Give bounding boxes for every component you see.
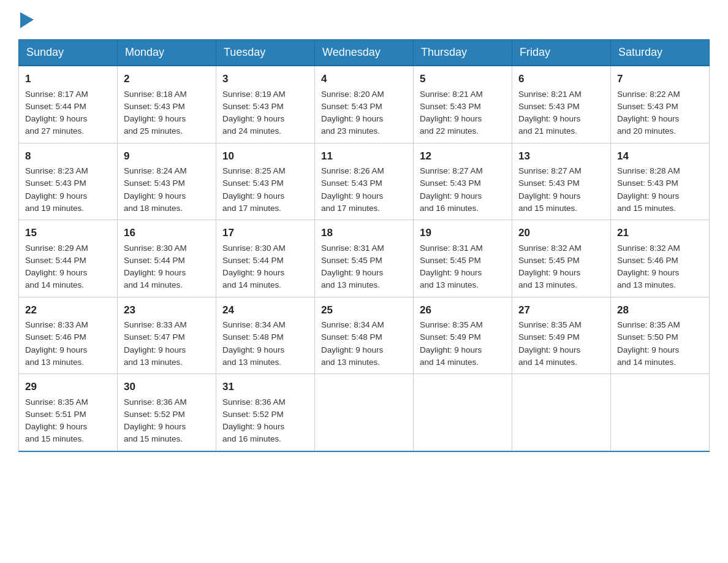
daylight-label: Daylight: 9 hours — [124, 191, 186, 201]
day-number: 30 — [124, 379, 210, 395]
daylight-label: Daylight: 9 hours — [124, 268, 186, 277]
sunset-label: Sunset: 5:49 PM — [420, 332, 481, 342]
daylight-minutes: and 13 minutes. — [518, 280, 577, 289]
sunset-label: Sunset: 5:45 PM — [518, 256, 580, 265]
sunset-label: Sunset: 5:44 PM — [222, 256, 284, 265]
sunset-label: Sunset: 5:46 PM — [25, 332, 86, 342]
sunrise-label: Sunrise: 8:28 AM — [617, 166, 680, 175]
calendar-cell: 4Sunrise: 8:20 AMSunset: 5:43 PMDaylight… — [315, 66, 414, 143]
sunrise-label: Sunrise: 8:24 AM — [124, 166, 187, 175]
daylight-minutes: and 14 minutes. — [518, 358, 577, 367]
day-number: 15 — [25, 225, 111, 241]
sunset-label: Sunset: 5:44 PM — [25, 102, 86, 111]
daylight-minutes: and 20 minutes. — [617, 126, 676, 136]
daylight-minutes: and 18 minutes. — [124, 204, 183, 213]
sunset-label: Sunset: 5:43 PM — [321, 178, 382, 188]
daylight-minutes: and 19 minutes. — [25, 204, 84, 213]
sunrise-label: Sunrise: 8:32 AM — [617, 243, 680, 253]
daylight-label: Daylight: 9 hours — [420, 268, 482, 277]
sunrise-label: Sunrise: 8:26 AM — [321, 166, 384, 175]
calendar-cell: 15Sunrise: 8:29 AMSunset: 5:44 PMDayligh… — [19, 220, 118, 297]
day-number: 20 — [518, 225, 604, 241]
daylight-minutes: and 27 minutes. — [25, 126, 84, 136]
daylight-label: Daylight: 9 hours — [518, 268, 580, 277]
daylight-label: Daylight: 9 hours — [25, 422, 87, 431]
daylight-minutes: and 14 minutes. — [25, 280, 84, 289]
sunset-label: Sunset: 5:46 PM — [617, 256, 678, 265]
sunrise-label: Sunrise: 8:25 AM — [222, 166, 286, 175]
sunset-label: Sunset: 5:47 PM — [124, 332, 185, 342]
sunrise-label: Sunrise: 8:34 AM — [222, 320, 286, 329]
calendar-cell: 5Sunrise: 8:21 AMSunset: 5:43 PMDaylight… — [414, 66, 512, 143]
calendar-cell: 21Sunrise: 8:32 AMSunset: 5:46 PMDayligh… — [611, 220, 710, 297]
daylight-minutes: and 13 minutes. — [617, 280, 676, 289]
day-number: 17 — [222, 225, 308, 241]
calendar-cell: 14Sunrise: 8:28 AMSunset: 5:43 PMDayligh… — [611, 143, 710, 220]
sunrise-label: Sunrise: 8:22 AM — [617, 90, 680, 99]
day-number: 7 — [617, 71, 703, 87]
daylight-minutes: and 15 minutes. — [518, 204, 577, 213]
sunset-label: Sunset: 5:43 PM — [222, 178, 284, 188]
day-number: 8 — [25, 148, 111, 164]
week-row-2: 8Sunrise: 8:23 AMSunset: 5:43 PMDaylight… — [19, 143, 710, 220]
daylight-minutes: and 13 minutes. — [321, 358, 380, 367]
sunset-label: Sunset: 5:48 PM — [321, 332, 382, 342]
calendar-cell: 22Sunrise: 8:33 AMSunset: 5:46 PMDayligh… — [19, 297, 118, 374]
daylight-minutes: and 17 minutes. — [222, 204, 281, 213]
daylight-label: Daylight: 9 hours — [124, 422, 186, 431]
sunrise-label: Sunrise: 8:23 AM — [25, 166, 88, 175]
daylight-minutes: and 15 minutes. — [124, 434, 183, 443]
daylight-label: Daylight: 9 hours — [321, 191, 383, 201]
calendar-cell: 31Sunrise: 8:36 AMSunset: 5:52 PMDayligh… — [216, 374, 315, 451]
sunrise-label: Sunrise: 8:36 AM — [222, 397, 286, 407]
week-row-5: 29Sunrise: 8:35 AMSunset: 5:51 PMDayligh… — [19, 374, 710, 451]
sunrise-label: Sunrise: 8:18 AM — [124, 90, 187, 99]
daylight-minutes: and 14 minutes. — [617, 358, 676, 367]
sunrise-label: Sunrise: 8:29 AM — [25, 243, 88, 253]
calendar-cell: 2Sunrise: 8:18 AMSunset: 5:43 PMDaylight… — [118, 66, 216, 143]
day-number: 19 — [420, 225, 506, 241]
daylight-label: Daylight: 9 hours — [420, 114, 482, 123]
daylight-minutes: and 15 minutes. — [617, 204, 676, 213]
daylight-minutes: and 13 minutes. — [420, 280, 479, 289]
daylight-minutes: and 24 minutes. — [222, 126, 281, 136]
daylight-label: Daylight: 9 hours — [25, 268, 87, 277]
calendar-cell: 1Sunrise: 8:17 AMSunset: 5:44 PMDaylight… — [19, 66, 118, 143]
daylight-label: Daylight: 9 hours — [617, 114, 679, 123]
sunrise-label: Sunrise: 8:30 AM — [222, 243, 286, 253]
calendar-cell: 29Sunrise: 8:35 AMSunset: 5:51 PMDayligh… — [19, 374, 118, 451]
daylight-minutes: and 13 minutes. — [25, 358, 84, 367]
svg-marker-0 — [20, 12, 34, 28]
calendar-cell: 18Sunrise: 8:31 AMSunset: 5:45 PMDayligh… — [315, 220, 414, 297]
sunrise-label: Sunrise: 8:21 AM — [518, 90, 582, 99]
weekday-header-tuesday: Tuesday — [216, 40, 315, 66]
daylight-label: Daylight: 9 hours — [321, 114, 383, 123]
sunset-label: Sunset: 5:50 PM — [617, 332, 678, 342]
calendar-cell: 13Sunrise: 8:27 AMSunset: 5:43 PMDayligh… — [512, 143, 611, 220]
daylight-label: Daylight: 9 hours — [617, 345, 679, 354]
calendar-cell: 11Sunrise: 8:26 AMSunset: 5:43 PMDayligh… — [315, 143, 414, 220]
page-header — [18, 12, 710, 28]
day-number: 29 — [25, 379, 111, 395]
sunset-label: Sunset: 5:49 PM — [518, 332, 580, 342]
day-number: 26 — [420, 302, 506, 318]
daylight-label: Daylight: 9 hours — [617, 268, 679, 277]
sunset-label: Sunset: 5:45 PM — [321, 256, 382, 265]
calendar-cell: 30Sunrise: 8:36 AMSunset: 5:52 PMDayligh… — [118, 374, 216, 451]
day-number: 5 — [420, 71, 506, 87]
sunset-label: Sunset: 5:52 PM — [222, 410, 284, 419]
sunrise-label: Sunrise: 8:21 AM — [420, 90, 483, 99]
calendar-cell: 28Sunrise: 8:35 AMSunset: 5:50 PMDayligh… — [611, 297, 710, 374]
daylight-minutes: and 14 minutes. — [124, 280, 183, 289]
daylight-label: Daylight: 9 hours — [518, 191, 580, 201]
calendar-cell — [512, 374, 611, 451]
daylight-label: Daylight: 9 hours — [222, 422, 284, 431]
calendar-cell: 12Sunrise: 8:27 AMSunset: 5:43 PMDayligh… — [414, 143, 512, 220]
daylight-minutes: and 14 minutes. — [222, 280, 281, 289]
sunset-label: Sunset: 5:43 PM — [617, 102, 678, 111]
sunrise-label: Sunrise: 8:17 AM — [25, 90, 88, 99]
daylight-minutes: and 13 minutes. — [222, 358, 281, 367]
calendar-cell: 6Sunrise: 8:21 AMSunset: 5:43 PMDaylight… — [512, 66, 611, 143]
calendar-cell: 8Sunrise: 8:23 AMSunset: 5:43 PMDaylight… — [19, 143, 118, 220]
daylight-minutes: and 13 minutes. — [321, 280, 380, 289]
